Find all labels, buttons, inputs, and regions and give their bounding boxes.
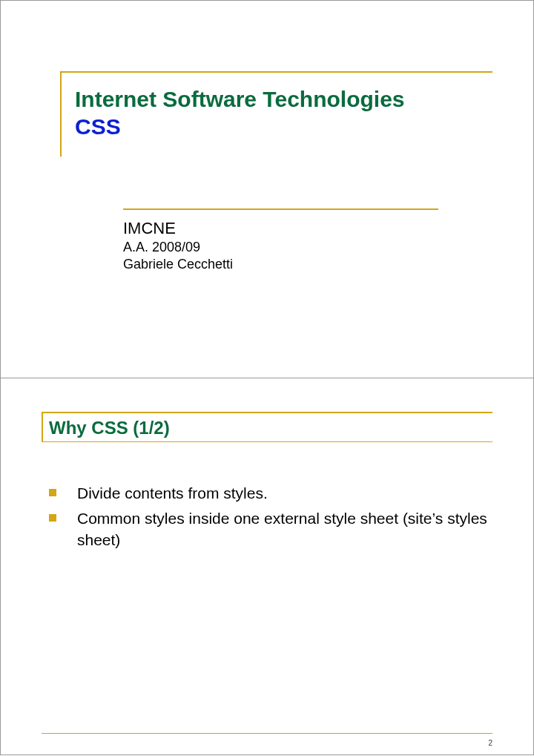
page-number: 2 [488,739,492,747]
heading-frame: Why CSS (1/2) [42,412,492,442]
author-name: Gabriele Cecchetti [123,257,438,272]
bullet-icon [49,489,56,496]
title-sub: CSS [75,114,492,139]
slide-why-css: Why CSS (1/2) Divide contents from style… [1,378,533,755]
author-year: A.A. 2008/09 [123,240,438,255]
title-main: Internet Software Technologies [75,86,492,113]
bullet-list: Divide contents from styles. Common styl… [49,483,492,550]
page-container: Internet Software Technologies CSS IMCNE… [0,0,534,755]
bullet-icon [49,514,56,522]
author-block: IMCNE A.A. 2008/09 Gabriele Cecchetti [123,208,438,272]
bullet-text: Divide contents from styles. [77,483,268,504]
slide-title: Internet Software Technologies CSS IMCNE… [1,1,533,378]
footer-rule [42,733,492,734]
author-org: IMCNE [123,219,438,238]
slide-heading: Why CSS (1/2) [49,418,492,438]
title-frame: Internet Software Technologies CSS [60,71,492,157]
list-item: Divide contents from styles. [49,483,492,504]
list-item: Common styles inside one external style … [49,508,492,550]
bullet-text: Common styles inside one external style … [77,508,492,550]
